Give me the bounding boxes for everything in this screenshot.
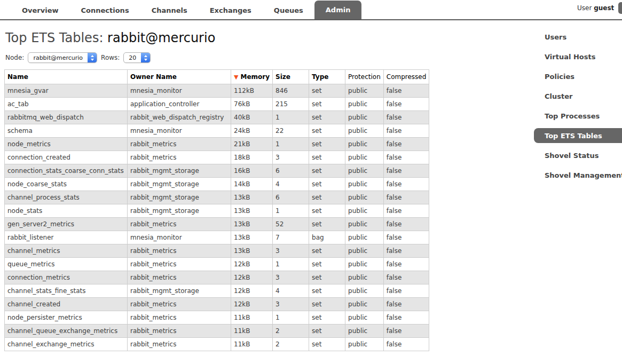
- cell-protection: public: [345, 311, 384, 325]
- cell-compressed: false: [383, 231, 429, 244]
- table-row: node_metricsrabbit_metrics21kB1setpublic…: [5, 138, 429, 151]
- column-header-name[interactable]: Name: [5, 70, 128, 84]
- cell-compressed: false: [383, 325, 429, 338]
- cell-memory: 18kB: [231, 151, 273, 164]
- cell-size: 6: [273, 164, 309, 178]
- column-header-memory[interactable]: ▼Memory: [231, 70, 273, 84]
- cell-compressed: false: [383, 111, 429, 124]
- tab-connections[interactable]: Connections: [70, 2, 140, 19]
- cell-compressed: false: [383, 164, 429, 178]
- sidebar-item-policies[interactable]: Policies: [537, 69, 622, 84]
- cell-type: set: [309, 338, 345, 351]
- sidebar-item-top-processes[interactable]: Top Processes: [537, 108, 622, 123]
- table-row: channel_metricsrabbit_metrics13kB3setpub…: [5, 244, 429, 258]
- cell-protection: public: [345, 298, 384, 311]
- cell-size: 4: [273, 178, 309, 191]
- cell-protection: public: [345, 218, 384, 231]
- cell-owner: rabbit_mgmt_storage: [128, 191, 231, 204]
- cell-owner: rabbit_metrics: [128, 258, 231, 271]
- cell-type: set: [309, 164, 345, 178]
- sidebar-item-users[interactable]: Users: [537, 29, 622, 44]
- cell-size: 2: [273, 325, 309, 338]
- cell-memory: 24kB: [231, 124, 273, 138]
- column-header-type[interactable]: Type: [309, 70, 345, 84]
- node-select[interactable]: rabbit@mercurio: [28, 52, 97, 63]
- cell-memory: 11kB: [231, 338, 273, 351]
- sidebar-item-top-ets-tables[interactable]: Top ETS Tables: [534, 128, 622, 143]
- cell-size: 7: [273, 231, 309, 244]
- table-row: connection_metricsrabbit_metrics12kB3set…: [5, 271, 429, 284]
- table-row: ac_tabapplication_controller76kB215setpu…: [5, 98, 429, 111]
- table-row: node_statsrabbit_mgmt_storage13kB1setpub…: [5, 204, 429, 218]
- page-title-node: rabbit@mercurio: [107, 30, 215, 45]
- logout-button[interactable]: Log out: [618, 2, 622, 14]
- tab-queues[interactable]: Queues: [263, 2, 314, 19]
- rows-select[interactable]: 20: [123, 52, 151, 63]
- controls-bar: Node: rabbit@mercurio Rows: 20: [5, 52, 151, 63]
- cell-protection: public: [345, 231, 384, 244]
- cell-protection: public: [345, 244, 384, 258]
- cell-memory: 11kB: [231, 325, 273, 338]
- sort-desc-icon: ▼: [234, 74, 238, 81]
- table-row: channel_queue_exchange_metricsrabbit_met…: [5, 325, 429, 338]
- column-header-label: Name: [7, 73, 28, 81]
- cell-owner: mnesia_monitor: [128, 124, 231, 138]
- sidebar-item-cluster[interactable]: Cluster: [537, 89, 622, 104]
- cell-memory: 13kB: [231, 218, 273, 231]
- cell-protection: public: [345, 325, 384, 338]
- cell-compressed: false: [383, 298, 429, 311]
- cell-protection: public: [345, 338, 384, 351]
- cell-owner: mnesia_monitor: [128, 84, 231, 98]
- cell-type: set: [309, 111, 345, 124]
- cell-memory: 12kB: [231, 258, 273, 271]
- cell-memory: 21kB: [231, 138, 273, 151]
- admin-sidebar: UsersVirtual HostsPoliciesClusterTop Pro…: [537, 29, 622, 187]
- cell-compressed: false: [383, 311, 429, 325]
- cell-protection: public: [345, 204, 384, 218]
- column-header-owner[interactable]: Owner Name: [128, 70, 231, 84]
- cell-protection: public: [345, 178, 384, 191]
- cell-compressed: false: [383, 98, 429, 111]
- tab-channels[interactable]: Channels: [140, 2, 199, 19]
- cell-size: 6: [273, 191, 309, 204]
- cell-owner: rabbit_mgmt_storage: [128, 164, 231, 178]
- select-stepper-icon: [88, 53, 97, 62]
- cell-name: channel_metrics: [5, 244, 128, 258]
- tab-overview[interactable]: Overview: [11, 2, 70, 19]
- cell-name: node_metrics: [5, 138, 128, 151]
- table-row: gen_server2_metricsrabbit_metrics13kB52s…: [5, 218, 429, 231]
- cell-compressed: false: [383, 124, 429, 138]
- sidebar-item-shovel-management[interactable]: Shovel Management: [537, 168, 622, 183]
- column-header-size[interactable]: Size: [273, 70, 309, 84]
- cell-owner: rabbit_web_dispatch_registry: [128, 111, 231, 124]
- tab-admin[interactable]: Admin: [314, 1, 362, 19]
- cell-memory: 13kB: [231, 191, 273, 204]
- cell-compressed: false: [383, 84, 429, 98]
- table-row: node_coarse_statsrabbit_mgmt_storage14kB…: [5, 178, 429, 191]
- column-header-compressed: Compressed: [383, 70, 429, 84]
- table-row: channel_process_statsrabbit_mgmt_storage…: [5, 191, 429, 204]
- cell-type: bag: [309, 231, 345, 244]
- sidebar-item-shovel-status[interactable]: Shovel Status: [537, 148, 622, 163]
- cell-name: channel_queue_exchange_metrics: [5, 325, 128, 338]
- cell-type: set: [309, 244, 345, 258]
- tab-exchanges[interactable]: Exchanges: [199, 2, 263, 19]
- cell-protection: public: [345, 271, 384, 284]
- cell-owner: rabbit_mgmt_storage: [128, 204, 231, 218]
- rows-select-label: Rows:: [101, 54, 120, 61]
- user-label: User guest: [577, 4, 614, 12]
- cell-owner: rabbit_metrics: [128, 298, 231, 311]
- column-header-label: Protection: [348, 73, 381, 81]
- node-select-value: rabbit@mercurio: [28, 53, 88, 62]
- cell-protection: public: [345, 98, 384, 111]
- cell-compressed: false: [383, 258, 429, 271]
- user-area: User guest Log out: [577, 2, 622, 14]
- cell-protection: public: [345, 124, 384, 138]
- table-row: channel_exchange_metricsrabbit_metrics11…: [5, 338, 429, 351]
- cell-size: 3: [273, 244, 309, 258]
- cell-owner: application_controller: [128, 98, 231, 111]
- cell-size: 846: [273, 84, 309, 98]
- sidebar-item-virtual-hosts[interactable]: Virtual Hosts: [537, 49, 622, 64]
- cell-type: set: [309, 271, 345, 284]
- cell-name: rabbit_listener: [5, 231, 128, 244]
